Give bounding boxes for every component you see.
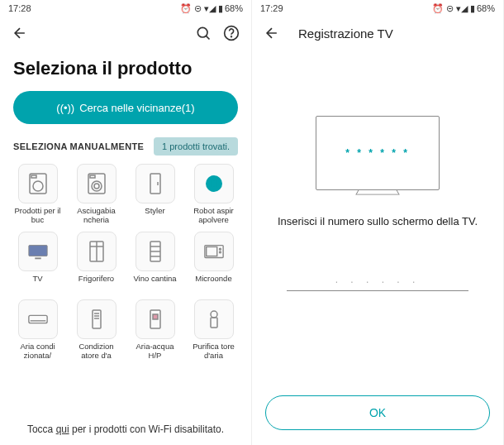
nav-bar: Registrazione TV bbox=[252, 17, 503, 50]
tv-stand-icon bbox=[355, 190, 400, 195]
svg-rect-7 bbox=[90, 175, 95, 178]
svg-point-8 bbox=[92, 181, 102, 191]
product-fridge[interactable]: Frigorifero bbox=[70, 232, 122, 293]
fridge-icon bbox=[86, 240, 107, 263]
product-dryer[interactable]: Asciugabia ncheria bbox=[70, 164, 122, 225]
footer-link[interactable]: qui bbox=[56, 423, 69, 435]
section-header: SELEZIONA MANUALMENTE 1 prodotti trovati… bbox=[0, 134, 251, 164]
ac-icon bbox=[27, 308, 49, 331]
back-icon[interactable] bbox=[262, 23, 282, 43]
product-washer[interactable]: Prodotti per il buc bbox=[12, 164, 64, 225]
status-icons: ⏰ ⊝ ▾◢ ▮ 68% bbox=[180, 3, 243, 14]
section-label: SELEZIONA MANUALMENTE bbox=[13, 141, 144, 151]
svg-point-0 bbox=[197, 27, 207, 37]
svg-point-2 bbox=[231, 36, 232, 37]
footer-text: Tocca qui per i prodotti con Wi-Fi disab… bbox=[0, 423, 251, 435]
help-icon[interactable] bbox=[221, 23, 241, 43]
product-air-water-hp[interactable]: Aria-acqua H/P bbox=[129, 299, 181, 361]
svg-rect-10 bbox=[150, 174, 160, 194]
product-microwave[interactable]: Microonde bbox=[188, 232, 240, 293]
wine-icon bbox=[145, 240, 166, 263]
svg-rect-24 bbox=[206, 246, 216, 256]
phone-right: 17:29 ⏰ ⊝ ▾◢ ▮ 68% Registrazione TV * * … bbox=[252, 0, 504, 445]
ok-button[interactable]: OK bbox=[265, 395, 490, 430]
product-air-conditioner[interactable]: Aria condi zionata/ bbox=[12, 299, 64, 361]
product-styler[interactable]: Styler bbox=[129, 164, 181, 225]
styler-icon bbox=[145, 172, 166, 195]
product-tv[interactable]: TV bbox=[12, 232, 64, 293]
status-icons: ⏰ ⊝ ▾◢ ▮ 68% bbox=[432, 3, 495, 14]
svg-point-5 bbox=[33, 181, 43, 191]
product-air-conditioner-2[interactable]: Condizion atore d'a bbox=[70, 299, 122, 361]
status-time: 17:28 bbox=[8, 3, 31, 13]
washer-icon bbox=[27, 172, 49, 195]
svg-rect-27 bbox=[28, 315, 46, 323]
svg-rect-34 bbox=[153, 314, 158, 319]
tv-illustration: * * * * * * bbox=[316, 116, 440, 190]
microwave-icon bbox=[203, 240, 225, 263]
page-title: Registrazione TV bbox=[298, 26, 393, 41]
broadcast-icon: ((•)) bbox=[56, 102, 74, 114]
search-nearby-button[interactable]: ((•)) Cerca nelle vicinanze(1) bbox=[13, 91, 238, 124]
products-found-badge: 1 prodotti trovati. bbox=[154, 137, 238, 156]
instruction-text: Inserisci il numero sullo schermo della … bbox=[278, 215, 478, 227]
product-robot-vacuum[interactable]: Robot aspir apolvere bbox=[188, 164, 240, 225]
robot-icon bbox=[203, 172, 225, 195]
svg-point-25 bbox=[219, 248, 221, 250]
svg-rect-4 bbox=[31, 175, 36, 178]
svg-point-26 bbox=[219, 251, 221, 253]
tv-code-input[interactable]: . . . . . . bbox=[287, 269, 468, 291]
cond-icon bbox=[86, 308, 107, 331]
phone-left: 17:28 ⏰ ⊝ ▾◢ ▮ 68% Seleziona il prodotto… bbox=[0, 0, 252, 445]
tv-icon bbox=[27, 240, 49, 263]
product-wine-cellar[interactable]: Vino cantina bbox=[129, 232, 181, 293]
svg-rect-36 bbox=[211, 318, 217, 328]
svg-point-9 bbox=[94, 184, 99, 189]
status-bar: 17:29 ⏰ ⊝ ▾◢ ▮ 68% bbox=[252, 0, 503, 17]
tv-code-stars: * * * * * * bbox=[345, 147, 410, 159]
nav-bar bbox=[0, 17, 251, 50]
back-icon[interactable] bbox=[10, 23, 30, 43]
svg-point-13 bbox=[211, 180, 217, 187]
page-title: Seleziona il prodotto bbox=[0, 50, 251, 91]
purifier-icon bbox=[203, 308, 225, 331]
svg-point-35 bbox=[211, 311, 217, 318]
svg-rect-14 bbox=[28, 246, 46, 256]
water-icon bbox=[145, 308, 166, 331]
tv-registration-area: * * * * * * Inserisci il numero sullo sc… bbox=[252, 50, 503, 445]
status-time: 17:29 bbox=[260, 3, 283, 13]
status-bar: 17:28 ⏰ ⊝ ▾◢ ▮ 68% bbox=[0, 0, 251, 17]
dryer-icon bbox=[86, 172, 107, 195]
search-icon[interactable] bbox=[193, 23, 213, 43]
product-grid: Prodotti per il buc Asciugabia ncheria S… bbox=[0, 164, 251, 361]
product-air-purifier[interactable]: Purifica tore d'aria bbox=[188, 299, 240, 361]
